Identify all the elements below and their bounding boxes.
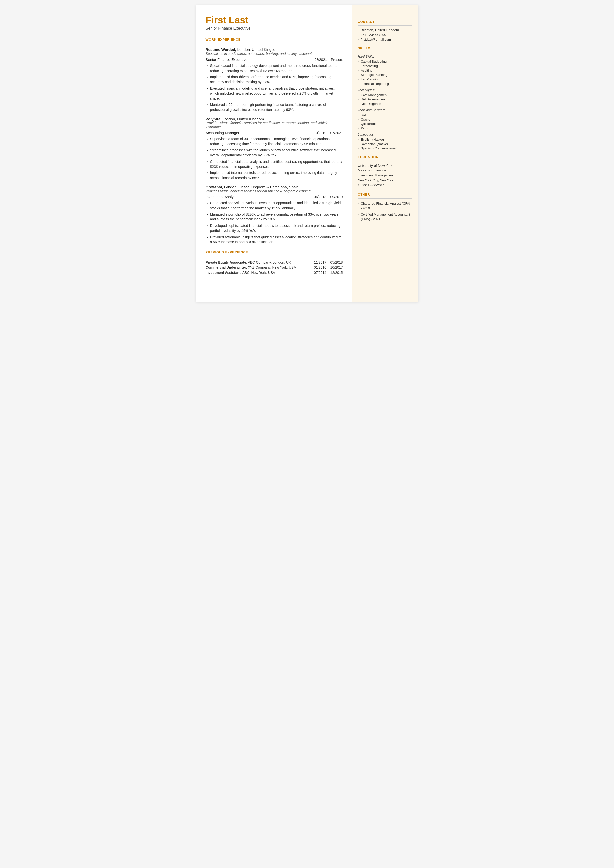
list-item: Risk Assessment bbox=[358, 98, 412, 101]
job-2-company-extra: London, United Kingdom bbox=[222, 117, 264, 121]
prev-exp-1-info: Private Equity Associate, ABC Company, L… bbox=[206, 260, 291, 264]
prev-exp-1-dates: 11/2017 – 05/2018 bbox=[314, 260, 343, 264]
prev-exp-2-dates: 01/2016 – 10/2017 bbox=[314, 266, 343, 269]
contact-phone: +44 1234567890 bbox=[358, 33, 412, 37]
prev-exp-2: Commercial Underwriter, XYZ Company, New… bbox=[206, 266, 343, 269]
job-1-tagline: Specializes in credit cards, auto loans,… bbox=[206, 52, 343, 56]
list-item: QuickBooks bbox=[358, 122, 412, 126]
skills-section-title: SKILLS bbox=[358, 46, 412, 50]
list-item: Conducted financial data analysis and id… bbox=[206, 159, 343, 169]
list-item: Chartered Financial Analyst (CFA) - 2019 bbox=[358, 201, 412, 211]
work-experience-section-title: WORK EXPERIENCE bbox=[206, 37, 343, 41]
other-section-title: OTHER bbox=[358, 193, 412, 196]
list-item: Financial Reporting bbox=[358, 82, 412, 85]
job-1-company-bold: Resume Worded, bbox=[206, 48, 236, 52]
list-item: Cost Management bbox=[358, 93, 412, 97]
list-item: Tax Planning bbox=[358, 78, 412, 81]
languages-list: English (Native) Romanian (Native) Spani… bbox=[358, 138, 412, 150]
list-item: Spearheaded financial strategy developme… bbox=[206, 63, 343, 73]
edu-dates: 10/2011 - 06/2014 bbox=[358, 183, 412, 188]
previous-experience-section-title: PREVIOUS EXPERIENCE bbox=[206, 250, 343, 254]
hard-skills-label: Hard Skills: bbox=[358, 55, 412, 58]
job-3-header: Investment Analyst 06/2018 – 09/2019 bbox=[206, 195, 343, 199]
prev-exp-3-company: ABC, New York, USA bbox=[242, 271, 275, 275]
other-list: Chartered Financial Analyst (CFA) - 2019… bbox=[358, 201, 412, 222]
list-item: Managed a portfolio of $230K to achieve … bbox=[206, 212, 343, 222]
job-1-company: Resume Worded, London, United Kingdom bbox=[206, 48, 343, 52]
list-item: Oracle bbox=[358, 118, 412, 121]
prev-exp-3-title: Investment Assistant, bbox=[206, 271, 242, 275]
languages-label: Languages: bbox=[358, 133, 412, 136]
job-2-company-bold: Polyhire, bbox=[206, 117, 222, 121]
list-item: Forecasting bbox=[358, 64, 412, 68]
prev-exp-2-company: XYZ Company, New York, USA bbox=[247, 266, 296, 269]
education-block: University of New York Master's in Finan… bbox=[358, 163, 412, 188]
contact-section-title: CONTACT bbox=[358, 20, 412, 23]
contact-email: first.last@gmail.com bbox=[358, 37, 412, 41]
job-3-block: Growthsi, London, United Kingdom & Barce… bbox=[206, 185, 343, 244]
list-item: Implemented data-driven performance metr… bbox=[206, 75, 343, 85]
techniques-list: Cost Management Risk Assessment Due Dili… bbox=[358, 93, 412, 106]
list-item: Streamlined processes with the launch of… bbox=[206, 148, 343, 158]
job-2-bullets: Supervised a team of 30+ accountants in … bbox=[206, 136, 343, 180]
contact-list: Brighton, United Kingdom +44 1234567890 … bbox=[358, 28, 412, 41]
education-section-title: EDUCATION bbox=[358, 155, 412, 159]
job-3-company-bold: Growthsi, bbox=[206, 185, 223, 189]
job-2-header: Accounting Manager 10/2019 – 07/2021 bbox=[206, 131, 343, 135]
education-divider bbox=[358, 161, 412, 161]
job-3-company: Growthsi, London, United Kingdom & Barce… bbox=[206, 185, 343, 189]
previous-experience-divider bbox=[206, 256, 343, 257]
job-3-company-extra: London, United Kingdom & Barcelona, Spai… bbox=[223, 185, 299, 189]
prev-exp-1: Private Equity Associate, ABC Company, L… bbox=[206, 260, 343, 264]
list-item: Conducted analysis on various investment… bbox=[206, 200, 343, 211]
candidate-name: First Last bbox=[206, 15, 343, 25]
techniques-label: Techniques: bbox=[358, 88, 412, 92]
job-2-dates: 10/2019 – 07/2021 bbox=[314, 131, 343, 135]
edu-location: New York City, New York bbox=[358, 178, 412, 183]
list-item: English (Native) bbox=[358, 138, 412, 141]
job-2-block: Polyhire, London, United Kingdom Provide… bbox=[206, 117, 343, 180]
list-item: SAP bbox=[358, 113, 412, 117]
prev-exp-3: Investment Assistant, ABC, New York, USA… bbox=[206, 271, 343, 275]
prev-exp-3-dates: 07/2014 – 12/2015 bbox=[314, 271, 343, 275]
job-1-block: Resume Worded, London, United Kingdom Sp… bbox=[206, 48, 343, 112]
list-item: Due Diligence bbox=[358, 102, 412, 106]
list-item: Supervised a team of 30+ accountants in … bbox=[206, 136, 343, 146]
job-3-bullets: Conducted analysis on various investment… bbox=[206, 200, 343, 244]
job-3-title: Investment Analyst bbox=[206, 195, 237, 199]
prev-exp-1-company: ABC Company, London, UK bbox=[247, 260, 291, 264]
list-item: Capital Budgeting bbox=[358, 60, 412, 63]
skills-divider bbox=[358, 52, 412, 52]
right-column: CONTACT Brighton, United Kingdom +44 123… bbox=[352, 5, 419, 302]
prev-exp-1-title: Private Equity Associate, bbox=[206, 260, 247, 264]
list-item: Executed financial modeling and scenario… bbox=[206, 86, 343, 101]
edu-school: University of New York bbox=[358, 163, 412, 168]
job-1-header: Senior Finance Executive 08/2021 – Prese… bbox=[206, 57, 343, 62]
list-item: Implemented internal controls to reduce … bbox=[206, 170, 343, 180]
list-item: Mentored a 20-member high-performing fin… bbox=[206, 102, 343, 112]
tools-list: SAP Oracle QuickBooks Xero bbox=[358, 113, 412, 130]
list-item: Romanian (Native) bbox=[358, 142, 412, 146]
edu-degree: Master's in Finance bbox=[358, 168, 412, 173]
candidate-subtitle: Senior Finance Executive bbox=[206, 26, 343, 31]
list-item: Auditing bbox=[358, 68, 412, 72]
prev-exp-3-info: Investment Assistant, ABC, New York, USA bbox=[206, 271, 275, 275]
edu-field: Investment Management bbox=[358, 173, 412, 178]
job-3-dates: 06/2018 – 09/2019 bbox=[314, 195, 343, 199]
job-2-title: Accounting Manager bbox=[206, 131, 239, 135]
job-2-tagline: Provides virtual financial services for … bbox=[206, 121, 343, 129]
prev-exp-2-title: Commercial Underwriter, bbox=[206, 266, 247, 269]
left-column: First Last Senior Finance Executive WORK… bbox=[196, 5, 352, 302]
job-1-title: Senior Finance Executive bbox=[206, 57, 248, 62]
job-1-bullets: Spearheaded financial strategy developme… bbox=[206, 63, 343, 112]
job-2-company: Polyhire, London, United Kingdom bbox=[206, 117, 343, 121]
prev-exp-2-info: Commercial Underwriter, XYZ Company, New… bbox=[206, 266, 296, 269]
contact-divider bbox=[358, 25, 412, 26]
job-1-dates: 08/2021 – Present bbox=[314, 57, 343, 62]
contact-location: Brighton, United Kingdom bbox=[358, 28, 412, 32]
job-3-tagline: Provides virtual banking services for ca… bbox=[206, 189, 343, 193]
list-item: Provided actionable insights that guided… bbox=[206, 234, 343, 245]
tools-label: Tools and Software: bbox=[358, 108, 412, 112]
resume-container: First Last Senior Finance Executive WORK… bbox=[196, 5, 419, 302]
list-item: Spanish (Conversational) bbox=[358, 146, 412, 150]
